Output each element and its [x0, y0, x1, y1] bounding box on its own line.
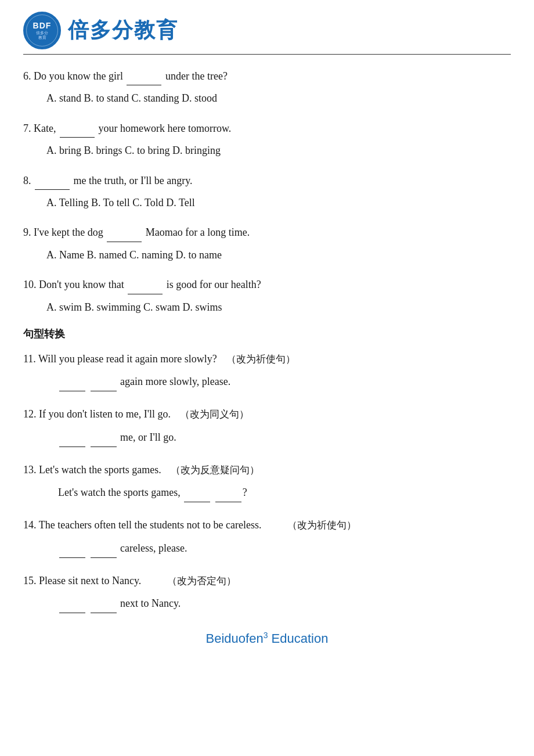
question-6: 6. Do you know the girl under the tree? …	[23, 66, 511, 108]
question-6-text: 6. Do you know the girl under the tree?	[23, 66, 511, 85]
footer-education: Education	[272, 632, 329, 646]
logo-icon: BDF 倍多分教育	[23, 12, 61, 49]
transform-15-blank-1	[59, 593, 85, 613]
question-6-options: A. stand B. to stand C. standing D. stoo…	[46, 89, 511, 107]
transform-13: 13. Let's watch the sports games. （改为反意疑…	[23, 460, 511, 502]
question-9: 9. I've kept the dog Maomao for a long t…	[23, 222, 511, 264]
section-transform-title: 句型转换	[23, 327, 511, 341]
transform-11: 11. Will you please read it again more s…	[23, 349, 511, 391]
transform-15: 15. Please sit next to Nancy. （改为否定句） ne…	[23, 571, 511, 613]
question-8-options: A. Telling B. To tell C. Told D. Tell	[46, 193, 511, 212]
question-10: 10. Don't you know that is good for our …	[23, 275, 511, 316]
question-10-text: 10. Don't you know that is good for our …	[23, 275, 511, 294]
question-6-blank	[127, 66, 161, 85]
transform-14-question: 14. The teachers often tell the students…	[23, 515, 511, 535]
transform-14-blank-2	[91, 538, 117, 558]
question-7: 7. Kate, your homework here tomorrow. A.…	[23, 118, 511, 160]
transform-13-answer: Let's watch the sports games, ?	[58, 482, 511, 502]
question-7-text: 7. Kate, your homework here tomorrow.	[23, 118, 511, 138]
question-10-options: A. swim B. swimming C. swam D. swims	[46, 298, 511, 316]
question-7-blank	[60, 118, 95, 138]
transform-13-question: 13. Let's watch the sports games. （改为反意疑…	[23, 460, 511, 480]
question-8-blank	[35, 171, 70, 190]
transform-12-blank-1	[59, 427, 85, 447]
transform-13-blank-2	[215, 482, 241, 502]
transform-11-blank-2	[91, 371, 117, 391]
transform-12-answer: me, or I'll go.	[58, 427, 511, 447]
header-divider	[23, 54, 511, 55]
footer-brand: Beiduofen	[206, 632, 264, 646]
transform-12-question: 12. If you don't listen to me, I'll go. …	[23, 404, 511, 424]
question-9-options: A. Name B. named C. naming D. to name	[46, 246, 511, 264]
footer: Beiduofen3 Education	[23, 631, 511, 646]
question-8-text: 8. me the truth, or I'll be angry.	[23, 171, 511, 190]
question-9-blank	[107, 222, 142, 242]
page-header: BDF 倍多分教育 倍多分教育	[23, 12, 511, 49]
brand-name: 倍多分教育	[68, 16, 178, 45]
question-10-blank	[128, 275, 163, 294]
transform-11-blank-1	[59, 371, 85, 391]
question-9-text: 9. I've kept the dog Maomao for a long t…	[23, 222, 511, 242]
transform-13-blank-1	[184, 482, 210, 502]
transform-12: 12. If you don't listen to me, I'll go. …	[23, 404, 511, 447]
transform-12-blank-2	[91, 427, 117, 447]
transform-15-question: 15. Please sit next to Nancy. （改为否定句）	[23, 571, 511, 591]
transform-14-blank-1	[59, 538, 85, 558]
footer-superscript: 3	[264, 631, 268, 640]
transform-15-blank-2	[91, 593, 117, 613]
transform-14-answer: careless, please.	[58, 538, 511, 558]
transform-15-answer: next to Nancy.	[58, 593, 511, 613]
question-8: 8. me the truth, or I'll be angry. A. Te…	[23, 171, 511, 213]
transform-11-answer: again more slowly, please.	[58, 371, 511, 391]
transform-11-question: 11. Will you please read it again more s…	[23, 349, 511, 369]
question-7-options: A. bring B. brings C. to bring D. bringi…	[46, 141, 511, 160]
transform-14: 14. The teachers often tell the students…	[23, 515, 511, 557]
